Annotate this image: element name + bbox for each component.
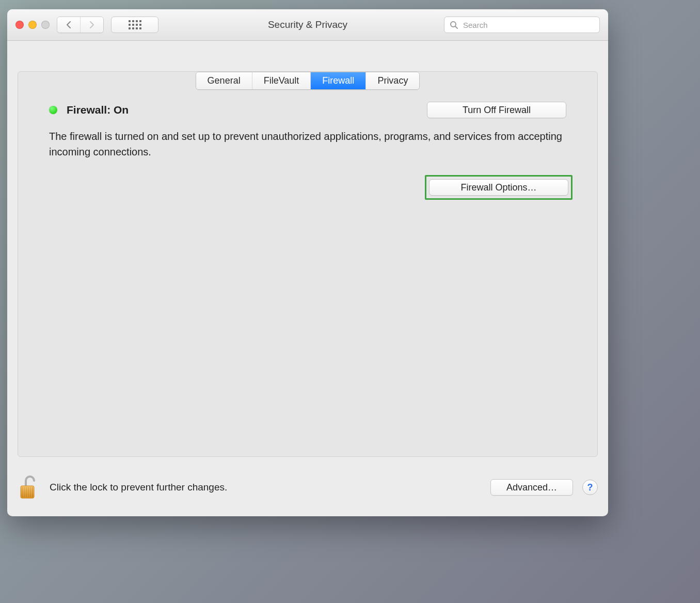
search-field[interactable] [444,17,600,33]
svg-rect-8 [32,487,33,497]
toolbar: Security & Privacy [7,9,608,41]
minimize-window-button[interactable] [28,21,37,29]
svg-rect-4 [24,487,25,497]
footer: Click the lock to prevent further change… [18,464,598,511]
nav-back-forward [57,17,104,33]
firewall-description: The firewall is turned on and set up to … [49,129,566,160]
search-input[interactable] [462,20,594,30]
window-controls [15,21,50,29]
tab-filevault[interactable]: FileVault [252,72,311,89]
chevron-left-icon [66,21,72,28]
tab-general[interactable]: General [196,72,252,89]
tabs-container: General FileVault Firewall Privacy [7,72,608,90]
footer-right: Advanced… ? [490,479,598,496]
firewall-status-row: Firewall: On Turn Off Firewall [49,102,566,118]
chevron-right-icon [89,21,95,28]
tab-bar: General FileVault Firewall Privacy [196,72,420,90]
help-button[interactable]: ? [582,480,598,495]
svg-rect-3 [22,487,23,497]
firewall-options-button[interactable]: Firewall Options… [429,179,568,196]
lock-description: Click the lock to prevent further change… [50,482,227,493]
svg-rect-5 [26,487,27,497]
status-indicator-icon [49,106,57,114]
firewall-status-label: Firewall: On [67,104,129,116]
firewall-status: Firewall: On [49,104,129,116]
show-all-button[interactable] [111,17,158,33]
close-window-button[interactable] [15,21,24,29]
nav-back-button[interactable] [57,17,80,33]
tab-firewall[interactable]: Firewall [310,72,365,89]
firewall-panel: Firewall: On Turn Off Firewall The firew… [18,71,598,457]
nav-forward-button[interactable] [80,17,103,33]
search-icon [450,21,458,29]
svg-rect-6 [28,487,29,497]
help-icon: ? [587,482,593,493]
preferences-window: Security & Privacy General FileVault Fir… [7,9,608,516]
unlocked-lock-icon [18,473,40,501]
advanced-button[interactable]: Advanced… [490,479,573,496]
zoom-window-button[interactable] [41,21,50,29]
annotation-highlight: Firewall Options… [425,175,572,200]
tab-privacy[interactable]: Privacy [365,72,419,89]
grid-icon [129,20,141,29]
svg-line-1 [455,26,457,28]
svg-rect-7 [30,487,31,497]
turn-off-firewall-button[interactable]: Turn Off Firewall [427,102,566,118]
lock-button[interactable] [18,473,40,501]
firewall-options-row: Firewall Options… [39,175,572,200]
